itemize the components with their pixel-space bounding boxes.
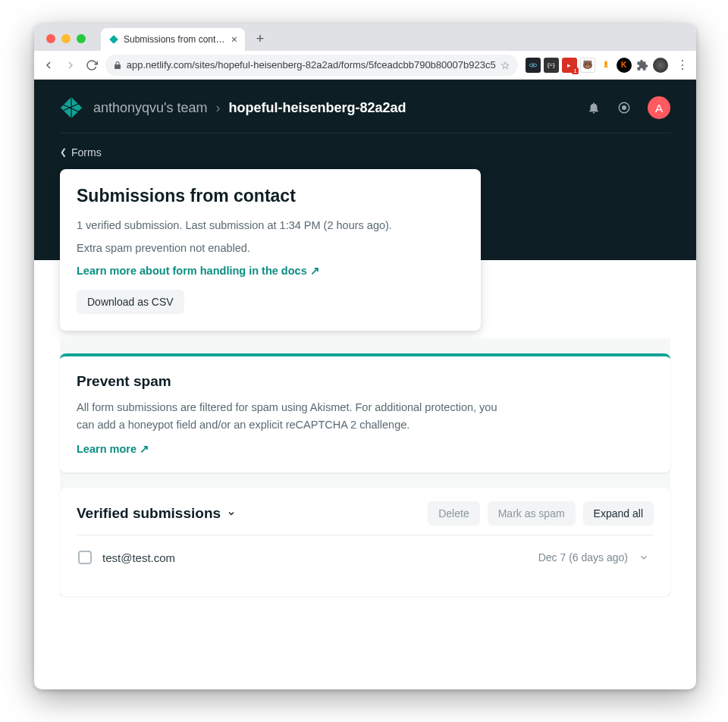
maximize-window-icon[interactable]	[77, 34, 86, 43]
svg-point-10	[623, 106, 626, 110]
bookmark-star-icon[interactable]: ☆	[500, 59, 510, 71]
close-window-icon[interactable]	[46, 34, 55, 43]
new-tab-button[interactable]: +	[249, 28, 271, 49]
verified-submissions-panel: Verified submissions Delete Mark as spam…	[60, 488, 670, 596]
mark-spam-label: Mark as spam	[498, 507, 565, 520]
help-icon[interactable]	[617, 101, 631, 115]
breadcrumb-row: anthonyqvu's team › hopeful-heisenberg-8…	[60, 96, 670, 133]
panel-actions: Delete Mark as spam Expand all	[428, 501, 654, 526]
content-area: Submissions from contact 1 verified subm…	[34, 169, 696, 690]
extension-icon[interactable]: {=}	[544, 58, 559, 73]
tab-strip: Submissions from contact | ho × +	[34, 24, 696, 51]
spam-card-title: Prevent spam	[77, 373, 654, 390]
spam-card-body: All form submissions are filtered for sp…	[77, 399, 501, 433]
svg-point-1	[532, 64, 534, 66]
docs-link-text: Learn more about form handling in the do…	[77, 265, 307, 277]
expand-all-button[interactable]: Expand all	[583, 501, 654, 526]
panel-title-text: Verified submissions	[77, 505, 221, 522]
svg-rect-3	[604, 61, 607, 66]
extension-icon[interactable]: 🐻	[580, 58, 595, 73]
submission-count-line: 1 verified submission. Last submission a…	[77, 217, 464, 234]
mark-spam-button[interactable]: Mark as spam	[488, 501, 576, 526]
tab-title: Submissions from contact | ho	[124, 34, 227, 45]
back-label: Forms	[71, 146, 102, 159]
extension-icon[interactable]: ▸1	[562, 58, 577, 73]
svg-marker-0	[109, 35, 118, 44]
chevron-right-icon: ›	[216, 100, 221, 115]
user-avatar[interactable]: A	[648, 96, 670, 119]
extension-icon[interactable]: K	[617, 58, 632, 73]
extension-icon[interactable]	[526, 58, 541, 73]
breadcrumb: anthonyqvu's team › hopeful-heisenberg-8…	[93, 100, 406, 116]
forward-button[interactable]	[62, 55, 80, 76]
delete-button[interactable]: Delete	[428, 501, 479, 526]
extension-icons: {=} ▸1 🐻 K	[522, 58, 671, 73]
netlify-favicon-icon	[108, 34, 119, 45]
download-csv-label: Download as CSV	[87, 296, 174, 308]
spam-prevention-line: Extra spam prevention not enabled.	[77, 240, 464, 256]
row-checkbox[interactable]	[78, 551, 92, 564]
site-name[interactable]: hopeful-heisenberg-82a2ad	[229, 100, 406, 115]
browser-toolbar: app.netlify.com/sites/hopeful-heisenberg…	[34, 51, 696, 80]
learn-more-link[interactable]: Learn more ↗	[77, 443, 149, 455]
submission-email: test@test.com	[102, 551, 528, 564]
profile-avatar-icon[interactable]	[653, 58, 668, 73]
prevent-spam-card: Prevent spam All form submissions are fi…	[60, 353, 670, 472]
submissions-summary-card: Submissions from contact 1 verified subm…	[60, 169, 481, 331]
delete-label: Delete	[438, 507, 469, 520]
tab-close-icon[interactable]: ×	[231, 33, 237, 46]
chevron-down-icon	[227, 509, 236, 518]
card-title: Submissions from contact	[77, 186, 464, 206]
window-controls	[46, 34, 86, 43]
learn-more-text: Learn more	[77, 443, 136, 455]
browser-menu-icon[interactable]: ⋮	[676, 58, 690, 72]
submission-date: Dec 7 (6 days ago)	[538, 551, 628, 563]
minimize-window-icon[interactable]	[61, 34, 71, 43]
expand-row-icon[interactable]	[639, 552, 652, 563]
browser-window: Submissions from contact | ho × + app.ne…	[34, 24, 696, 689]
external-link-icon: ↗	[140, 443, 149, 455]
notifications-icon[interactable]	[587, 101, 601, 115]
expand-all-label: Expand all	[594, 507, 643, 520]
app-header: anthonyqvu's team › hopeful-heisenberg-8…	[34, 80, 696, 169]
back-to-forms-link[interactable]: ❮ Forms	[60, 146, 102, 159]
docs-link[interactable]: Learn more about form handling in the do…	[77, 265, 320, 277]
lock-icon	[113, 61, 122, 70]
netlify-logo-icon[interactable]	[60, 96, 83, 119]
verified-submissions-dropdown[interactable]: Verified submissions	[77, 505, 236, 522]
back-button[interactable]	[40, 55, 58, 76]
address-bar[interactable]: app.netlify.com/sites/hopeful-heisenberg…	[105, 55, 518, 76]
url-text: app.netlify.com/sites/hopeful-heisenberg…	[127, 59, 496, 71]
browser-tab[interactable]: Submissions from contact | ho ×	[101, 28, 245, 51]
reload-button[interactable]	[83, 55, 101, 76]
avatar-initial: A	[655, 102, 663, 115]
external-link-icon: ↗	[310, 265, 320, 277]
submission-row[interactable]: test@test.com Dec 7 (6 days ago)	[77, 535, 654, 564]
download-csv-button[interactable]: Download as CSV	[77, 290, 184, 314]
extension-icon[interactable]	[598, 58, 613, 73]
team-link[interactable]: anthonyqvu's team	[93, 100, 208, 115]
svg-rect-4	[604, 66, 607, 67]
chevron-left-icon: ❮	[60, 147, 67, 157]
extensions-menu-icon[interactable]	[635, 58, 650, 73]
